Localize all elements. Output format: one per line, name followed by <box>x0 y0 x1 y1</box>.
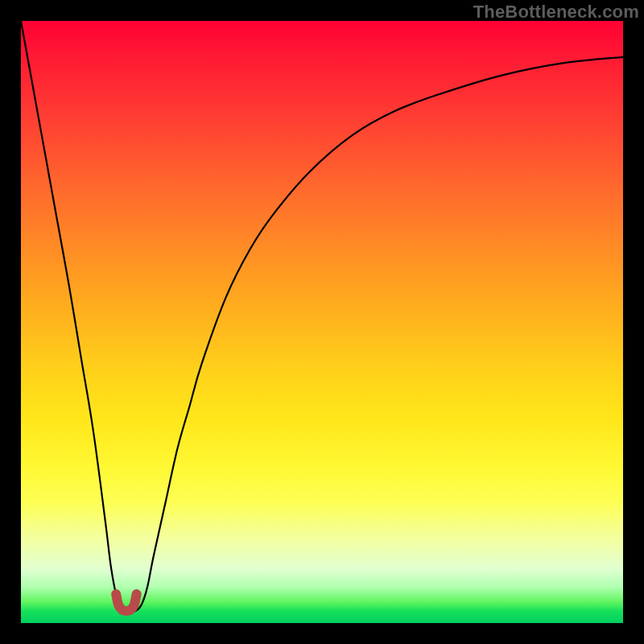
attribution-text: TheBottleneck.com <box>473 2 639 23</box>
plot-area <box>21 21 623 623</box>
minimum-marker <box>116 594 136 611</box>
chart-frame: TheBottleneck.com <box>0 0 644 644</box>
bottleneck-curve <box>21 21 623 612</box>
curve-layer <box>21 21 623 623</box>
